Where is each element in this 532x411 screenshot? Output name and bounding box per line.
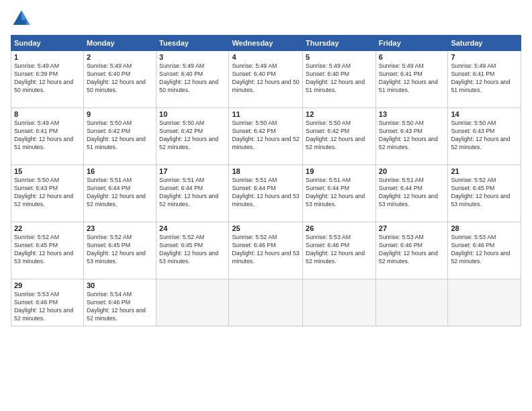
day-info: Sunrise: 5:52 AMSunset: 6:46 PMDaylight:… [232,234,300,266]
calendar-cell: 26Sunrise: 5:53 AMSunset: 6:46 PMDayligh… [303,222,376,279]
calendar-week-row: 8Sunrise: 5:49 AMSunset: 6:41 PMDaylight… [11,108,521,165]
day-number: 1 [14,53,81,61]
day-number: 8 [14,110,81,118]
calendar-cell: 13Sunrise: 5:50 AMSunset: 6:43 PMDayligh… [375,108,448,165]
calendar-header-row: SundayMondayTuesdayWednesdayThursdayFrid… [11,36,521,51]
day-header-sunday: Sunday [11,36,84,51]
calendar-cell [229,279,303,326]
day-info: Sunrise: 5:51 AMSunset: 6:44 PMDaylight:… [87,177,153,209]
day-number: 14 [451,110,518,118]
day-info: Sunrise: 5:49 AMSunset: 6:40 PMDaylight:… [159,62,226,95]
calendar-table: SundayMondayTuesdayWednesdayThursdayFrid… [11,35,521,326]
day-header-saturday: Saturday [448,36,521,51]
calendar-week-row: 29Sunrise: 5:53 AMSunset: 6:46 PMDayligh… [11,279,521,326]
day-info: Sunrise: 5:52 AMSunset: 6:45 PMDaylight:… [451,177,518,209]
day-number: 15 [14,167,81,175]
day-header-tuesday: Tuesday [157,36,229,51]
day-number: 25 [232,224,300,232]
day-number: 27 [379,224,445,232]
day-info: Sunrise: 5:50 AMSunset: 6:42 PMDaylight:… [87,120,153,152]
day-number: 10 [159,110,226,118]
calendar-cell: 15Sunrise: 5:50 AMSunset: 6:43 PMDayligh… [11,165,84,222]
day-header-thursday: Thursday [303,36,376,51]
calendar-cell: 6Sunrise: 5:49 AMSunset: 6:41 PMDaylight… [375,51,448,108]
day-info: Sunrise: 5:53 AMSunset: 6:46 PMDaylight:… [379,234,445,266]
day-info: Sunrise: 5:50 AMSunset: 6:43 PMDaylight:… [451,120,518,152]
day-info: Sunrise: 5:51 AMSunset: 6:44 PMDaylight:… [232,177,300,209]
day-number: 19 [306,167,373,175]
calendar-cell: 17Sunrise: 5:51 AMSunset: 6:44 PMDayligh… [157,165,229,222]
day-number: 18 [232,167,300,175]
day-number: 11 [232,110,300,118]
day-info: Sunrise: 5:53 AMSunset: 6:46 PMDaylight:… [306,234,373,266]
calendar-cell: 16Sunrise: 5:51 AMSunset: 6:44 PMDayligh… [83,165,156,222]
day-number: 12 [306,110,373,118]
day-header-monday: Monday [83,36,156,51]
page: SundayMondayTuesdayWednesdayThursdayFrid… [0,0,532,411]
day-number: 16 [87,167,153,175]
day-number: 13 [379,110,445,118]
calendar-cell: 10Sunrise: 5:50 AMSunset: 6:42 PMDayligh… [157,108,229,165]
day-number: 6 [379,53,445,61]
day-info: Sunrise: 5:50 AMSunset: 6:43 PMDaylight:… [379,120,445,152]
day-number: 3 [159,53,226,61]
calendar-week-row: 22Sunrise: 5:52 AMSunset: 6:45 PMDayligh… [11,222,521,279]
header [11,8,521,30]
day-info: Sunrise: 5:49 AMSunset: 6:40 PMDaylight:… [306,62,373,95]
day-number: 20 [379,167,445,175]
day-info: Sunrise: 5:53 AMSunset: 6:46 PMDaylight:… [451,234,518,266]
calendar-cell: 14Sunrise: 5:50 AMSunset: 6:43 PMDayligh… [448,108,521,165]
day-number: 23 [87,224,153,232]
day-number: 29 [14,281,81,289]
day-info: Sunrise: 5:49 AMSunset: 6:41 PMDaylight:… [451,62,518,95]
day-info: Sunrise: 5:50 AMSunset: 6:42 PMDaylight:… [159,120,226,152]
day-number: 30 [87,281,153,289]
day-number: 24 [159,224,226,232]
day-header-wednesday: Wednesday [229,36,303,51]
calendar-week-row: 1Sunrise: 5:49 AMSunset: 6:39 PMDaylight… [11,51,521,108]
calendar-cell: 20Sunrise: 5:51 AMSunset: 6:44 PMDayligh… [375,165,448,222]
calendar-cell [303,279,376,326]
day-number: 28 [451,224,518,232]
calendar-cell: 18Sunrise: 5:51 AMSunset: 6:44 PMDayligh… [229,165,303,222]
day-number: 2 [87,53,153,61]
day-number: 7 [451,53,518,61]
calendar-week-row: 15Sunrise: 5:50 AMSunset: 6:43 PMDayligh… [11,165,521,222]
calendar-cell: 3Sunrise: 5:49 AMSunset: 6:40 PMDaylight… [157,51,229,108]
day-info: Sunrise: 5:49 AMSunset: 6:41 PMDaylight:… [379,62,445,95]
calendar-cell: 23Sunrise: 5:52 AMSunset: 6:45 PMDayligh… [83,222,156,279]
svg-rect-2 [17,20,26,25]
day-number: 21 [451,167,518,175]
calendar-cell: 8Sunrise: 5:49 AMSunset: 6:41 PMDaylight… [11,108,84,165]
day-info: Sunrise: 5:52 AMSunset: 6:45 PMDaylight:… [14,234,81,266]
day-info: Sunrise: 5:54 AMSunset: 6:46 PMDaylight:… [87,291,153,323]
calendar-cell: 7Sunrise: 5:49 AMSunset: 6:41 PMDaylight… [448,51,521,108]
day-number: 5 [306,53,373,61]
day-info: Sunrise: 5:49 AMSunset: 6:40 PMDaylight:… [232,62,300,95]
calendar-cell: 19Sunrise: 5:51 AMSunset: 6:44 PMDayligh… [303,165,376,222]
day-number: 26 [306,224,373,232]
calendar-cell [157,279,229,326]
day-info: Sunrise: 5:51 AMSunset: 6:44 PMDaylight:… [379,177,445,209]
day-number: 17 [159,167,226,175]
calendar-cell: 1Sunrise: 5:49 AMSunset: 6:39 PMDaylight… [11,51,84,108]
day-info: Sunrise: 5:50 AMSunset: 6:43 PMDaylight:… [14,177,81,209]
day-info: Sunrise: 5:50 AMSunset: 6:42 PMDaylight:… [232,120,300,152]
logo [11,8,35,30]
calendar-cell: 29Sunrise: 5:53 AMSunset: 6:46 PMDayligh… [11,279,84,326]
calendar-cell: 11Sunrise: 5:50 AMSunset: 6:42 PMDayligh… [229,108,303,165]
calendar-cell: 22Sunrise: 5:52 AMSunset: 6:45 PMDayligh… [11,222,84,279]
day-info: Sunrise: 5:49 AMSunset: 6:40 PMDaylight:… [87,62,153,95]
logo-icon [11,8,32,30]
day-info: Sunrise: 5:51 AMSunset: 6:44 PMDaylight:… [306,177,373,209]
day-number: 4 [232,53,300,61]
day-number: 9 [87,110,153,118]
calendar-cell: 5Sunrise: 5:49 AMSunset: 6:40 PMDaylight… [303,51,376,108]
calendar-cell: 28Sunrise: 5:53 AMSunset: 6:46 PMDayligh… [448,222,521,279]
day-info: Sunrise: 5:51 AMSunset: 6:44 PMDaylight:… [159,177,226,209]
day-header-friday: Friday [375,36,448,51]
calendar-cell: 21Sunrise: 5:52 AMSunset: 6:45 PMDayligh… [448,165,521,222]
calendar-cell: 27Sunrise: 5:53 AMSunset: 6:46 PMDayligh… [375,222,448,279]
day-info: Sunrise: 5:53 AMSunset: 6:46 PMDaylight:… [14,291,81,323]
day-info: Sunrise: 5:52 AMSunset: 6:45 PMDaylight:… [159,234,226,266]
